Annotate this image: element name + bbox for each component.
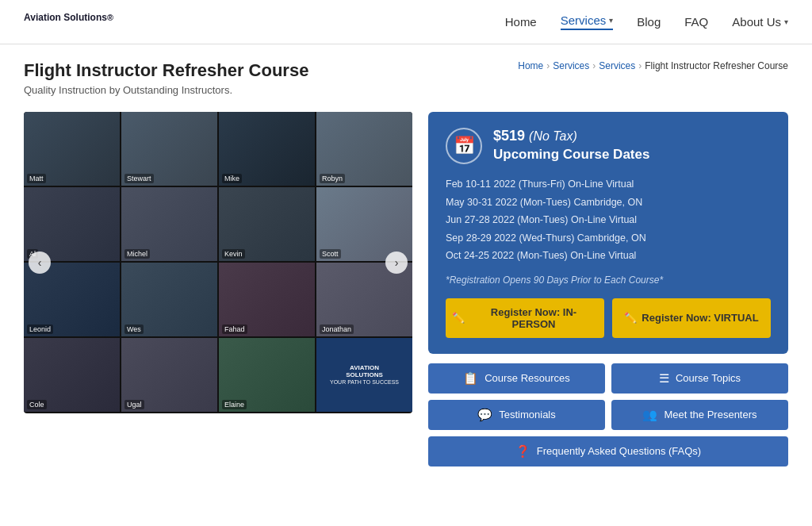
page-header: Flight Instructor Refresher Course Quali…: [0, 44, 812, 104]
nav-home[interactable]: Home: [505, 15, 537, 29]
participant-cell: Michel: [121, 187, 217, 261]
participant-name: Fahad: [222, 324, 247, 334]
pencil-icon: ✏️: [624, 312, 637, 324]
participant-cell: Jonathan: [316, 263, 412, 336]
participant-name: Robyn: [320, 174, 345, 183]
info-panel: 📅 $519 (No Tax) Upcoming Course Dates Fe…: [428, 112, 788, 466]
participant-cell: Wes: [121, 263, 217, 336]
breadcrumb-sep-2: ›: [592, 60, 596, 71]
logo-brand: Aviation Solutions: [24, 12, 107, 23]
pencil-icon: ✏️: [452, 312, 465, 324]
participant-cell: Cole: [24, 338, 120, 412]
course-topics-button[interactable]: ☰ Course Topics: [611, 363, 788, 394]
participant-name: Stewart: [124, 174, 154, 183]
register-virtual-button[interactable]: ✏️ Register Now: VIRTUAL: [612, 298, 771, 338]
page-title: Flight Instructor Refresher Course: [24, 60, 308, 81]
participant-name: Cole: [27, 400, 47, 409]
page-title-section: Flight Instructor Refresher Course Quali…: [24, 60, 308, 96]
course-date-1: Feb 10-11 2022 (Thurs-Fri) On-Line Virtu…: [446, 175, 771, 194]
course-dates: Feb 10-11 2022 (Thurs-Fri) On-Line Virtu…: [446, 175, 771, 265]
course-label: Upcoming Course Dates: [493, 147, 649, 163]
course-slideshow: ‹ Matt Stewart Mike Robyn Al Michel Kevi…: [24, 112, 412, 413]
nav-services[interactable]: Services ▾: [561, 13, 614, 30]
breadcrumb-sep-1: ›: [546, 60, 550, 71]
participant-cell: Mike: [219, 112, 315, 186]
breadcrumb-services-2[interactable]: Services: [599, 60, 635, 71]
course-resources-button[interactable]: 📋 Course Resources: [428, 363, 605, 394]
participant-cell: Kevin: [219, 187, 315, 261]
participant-cell: Fahad: [219, 263, 315, 336]
course-date-3: Jun 27-28 2022 (Mon-Tues) On-Line Virtua…: [446, 211, 771, 229]
breadcrumb-sep-3: ›: [638, 60, 642, 71]
breadcrumb: Home › Services › Services › Flight Inst…: [518, 60, 788, 71]
question-icon: ❓: [515, 444, 530, 459]
participant-name: Michel: [124, 249, 150, 259]
course-card: 📅 $519 (No Tax) Upcoming Course Dates Fe…: [428, 112, 788, 354]
logo: Aviation Solutions®: [24, 10, 113, 34]
breadcrumb-services-1[interactable]: Services: [553, 60, 589, 71]
logo-text: Aviation Solutions®: [24, 10, 113, 34]
chat-icon: 💬: [477, 408, 492, 422]
participant-cell: Scott: [316, 187, 412, 261]
main-content: ‹ Matt Stewart Mike Robyn Al Michel Kevi…: [0, 104, 812, 482]
participant-name: Elaine: [222, 400, 247, 409]
meet-presenters-button[interactable]: 👥 Meet the Presenters: [611, 400, 788, 430]
participant-cell: Elaine: [219, 338, 315, 412]
participant-name: Wes: [124, 324, 144, 334]
participant-name: Kevin: [222, 249, 245, 259]
logo-reg: ®: [107, 13, 113, 22]
course-card-header: 📅 $519 (No Tax) Upcoming Course Dates: [446, 128, 771, 164]
course-card-title: $519 (No Tax) Upcoming Course Dates: [493, 128, 649, 163]
register-inperson-button[interactable]: ✏️ Register Now: IN-PERSON: [446, 298, 604, 338]
register-buttons: ✏️ Register Now: IN-PERSON ✏️ Register N…: [446, 298, 771, 338]
chevron-down-icon: ▾: [784, 17, 788, 26]
participant-name: Leonid: [27, 324, 53, 334]
breadcrumb-home[interactable]: Home: [518, 60, 543, 71]
course-date-5: Oct 24-25 2022 (Mon-Tues) On-Line Virtua…: [446, 247, 771, 265]
course-date-4: Sep 28-29 2022 (Wed-Thurs) Cambridge, ON: [446, 229, 771, 248]
participant-cell-logo: AVIATIONSOLUTIONSYOUR PATH TO SUCCESS: [316, 338, 412, 412]
participant-cell: Matt: [24, 112, 120, 186]
main-nav: Home Services ▾ Blog FAQ About Us ▾: [505, 13, 788, 30]
testimonials-button[interactable]: 💬 Testimonials: [428, 400, 605, 430]
faq-button[interactable]: ❓ Frequently Asked Questions (FAQs): [428, 436, 788, 466]
people-icon: 👥: [642, 408, 657, 422]
participant-name: Scott: [320, 249, 341, 259]
list-icon: 📋: [463, 371, 478, 386]
header: Aviation Solutions® Home Services ▾ Blog…: [0, 0, 812, 44]
nav-about[interactable]: About Us ▾: [732, 15, 788, 29]
calendar-icon: 📅: [446, 128, 482, 164]
participant-cell: Ugal: [121, 338, 217, 412]
logo-cell-text: AVIATIONSOLUTIONSYOUR PATH TO SUCCESS: [327, 361, 402, 389]
participant-grid: Matt Stewart Mike Robyn Al Michel Kevin …: [24, 112, 412, 413]
slide-prev-button[interactable]: ‹: [29, 251, 51, 274]
slide-next-button[interactable]: ›: [385, 251, 408, 274]
participant-cell: Al: [24, 187, 120, 261]
action-buttons: 📋 Course Resources ☰ Course Topics 💬 Tes…: [428, 363, 788, 466]
participant-cell: Stewart: [121, 112, 217, 186]
course-date-2: May 30-31 2022 (Mon-Tues) Cambridge, ON: [446, 194, 771, 212]
breadcrumb-current: Flight Instructor Refresher Course: [645, 60, 788, 71]
nav-blog[interactable]: Blog: [637, 15, 661, 29]
participant-name: Matt: [27, 174, 46, 183]
course-price: $519 (No Tax): [493, 128, 649, 144]
participant-name: Ugal: [124, 400, 144, 409]
nav-faq[interactable]: FAQ: [684, 15, 708, 29]
menu-icon: ☰: [659, 371, 669, 386]
participant-name: Jonathan: [320, 324, 354, 334]
registration-note: *Registration Opens 90 Days Prior to Eac…: [446, 275, 771, 286]
participant-name: Mike: [222, 174, 242, 183]
chevron-down-icon: ▾: [609, 16, 613, 25]
page-subtitle: Quality Instruction by Outstanding Instr…: [24, 84, 308, 96]
participant-cell: Robyn: [316, 112, 412, 186]
